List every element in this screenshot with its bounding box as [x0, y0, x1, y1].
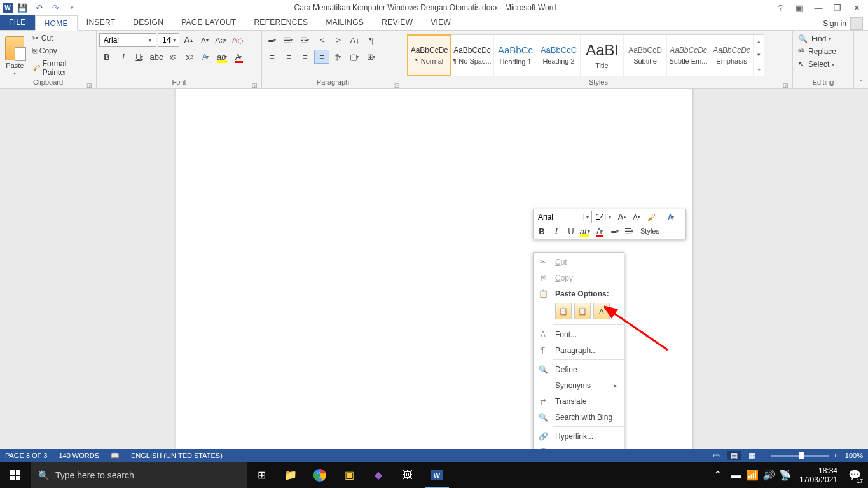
- align-right-button[interactable]: ≡: [298, 50, 313, 64]
- start-button[interactable]: [0, 462, 31, 488]
- format-painter-button[interactable]: 🖌Format Painter: [30, 58, 93, 78]
- mini-font-color[interactable]: A▾: [593, 225, 607, 237]
- zoom-level[interactable]: 100%: [845, 452, 863, 459]
- sort-button[interactable]: A↓: [347, 33, 362, 47]
- ctx-search-bing[interactable]: 🔍Search with Bing: [534, 409, 624, 425]
- ctx-copy[interactable]: ⎘Copy: [534, 270, 624, 286]
- style-item-title[interactable]: AaBlTitle: [581, 35, 624, 76]
- font-size-combo[interactable]: 14▾: [158, 33, 179, 47]
- line-spacing-button[interactable]: ‡▾: [331, 50, 346, 64]
- mini-italic[interactable]: I: [549, 225, 563, 237]
- paste-text-only[interactable]: A: [593, 303, 610, 319]
- find-button[interactable]: 🔍Find▾: [796, 33, 835, 45]
- save-icon[interactable]: 💾: [15, 3, 29, 13]
- app-icon-image[interactable]: 🖼: [393, 462, 422, 488]
- bold-button[interactable]: B: [99, 50, 114, 64]
- qat-customize-icon[interactable]: ▾: [65, 4, 79, 11]
- text-effects-button[interactable]: A▾: [198, 50, 214, 64]
- mini-highlight[interactable]: ab▾: [579, 225, 593, 237]
- word-taskbar-icon[interactable]: W: [422, 462, 451, 488]
- ctx-cut[interactable]: ✂Cut: [534, 254, 624, 270]
- mini-bold[interactable]: B: [535, 225, 549, 237]
- status-language[interactable]: ENGLISH (UNITED STATES): [131, 452, 223, 459]
- paragraph-launcher[interactable]: ◲: [394, 82, 400, 88]
- tab-review[interactable]: REVIEW: [373, 15, 422, 30]
- view-print-layout[interactable]: ▤: [727, 451, 741, 460]
- numbering-button[interactable]: ☰▾: [281, 33, 296, 47]
- mini-grow-font[interactable]: A▴: [615, 211, 629, 223]
- visual-studio-icon[interactable]: ◆: [364, 462, 393, 488]
- status-page[interactable]: PAGE 3 OF 3: [5, 452, 47, 459]
- ctx-synonyms[interactable]: Synonyms▸: [534, 377, 624, 393]
- ctx-define[interactable]: 🔍Define: [534, 361, 624, 377]
- restore-icon[interactable]: ❐: [829, 3, 846, 13]
- mini-numbering[interactable]: ☰▾: [623, 225, 637, 237]
- align-center-button[interactable]: ≡: [281, 50, 296, 64]
- document-area[interactable]: [0, 89, 868, 449]
- style-scroll-down[interactable]: ▾: [754, 48, 764, 62]
- ctx-font[interactable]: AFont...: [534, 326, 624, 342]
- mini-font-combo[interactable]: Arial▾: [535, 211, 592, 223]
- help-icon[interactable]: ?: [771, 3, 789, 13]
- tab-mailings[interactable]: MAILINGS: [317, 15, 373, 30]
- notifications-icon[interactable]: 💬17: [844, 462, 865, 488]
- italic-button[interactable]: I: [116, 50, 131, 64]
- view-read-mode[interactable]: ▭: [710, 451, 724, 460]
- paste-button[interactable]: Paste ▾: [3, 34, 27, 76]
- highlight-button[interactable]: ab▾: [215, 50, 230, 64]
- select-button[interactable]: ↖Select▾: [796, 59, 838, 70]
- zoom-out[interactable]: −: [763, 452, 767, 459]
- tab-file[interactable]: FILE: [0, 15, 35, 30]
- style-item---normal[interactable]: AaBbCcDc¶ Normal: [408, 35, 451, 76]
- align-left-button[interactable]: ≡: [265, 50, 280, 64]
- mini-styles-label[interactable]: Styles: [637, 225, 663, 237]
- tray-clock[interactable]: 18:34 17/03/2021: [794, 466, 843, 484]
- superscript-button[interactable]: x2: [182, 50, 197, 64]
- tab-insert[interactable]: INSERT: [78, 15, 125, 30]
- status-proof-icon[interactable]: 📖: [111, 452, 120, 460]
- increase-indent-button[interactable]: ≥: [331, 33, 346, 47]
- font-launcher[interactable]: ◲: [252, 82, 258, 88]
- chrome-icon[interactable]: [305, 462, 334, 488]
- mini-underline[interactable]: U: [564, 225, 578, 237]
- status-words[interactable]: 140 WORDS: [59, 452, 99, 459]
- tray-volume-icon[interactable]: 🔊: [761, 462, 776, 488]
- shading-button[interactable]: ▢▾: [347, 50, 362, 64]
- paste-merge[interactable]: 📋: [574, 303, 591, 319]
- strike-button[interactable]: abc: [149, 50, 164, 64]
- style-item-heading-1[interactable]: AaBbCcHeading 1: [494, 35, 537, 76]
- tab-references[interactable]: REFERENCES: [245, 15, 317, 30]
- ctx-translate[interactable]: ⇄Translate: [534, 393, 624, 409]
- task-view-icon[interactable]: ⊞: [247, 462, 276, 488]
- tray-wifi-icon[interactable]: 📡: [778, 462, 793, 488]
- subscript-button[interactable]: x2: [165, 50, 181, 64]
- tray-network-icon[interactable]: 📶: [745, 462, 760, 488]
- taskbar-search[interactable]: 🔍 Type here to search: [31, 462, 247, 488]
- zoom-in[interactable]: +: [833, 452, 837, 459]
- clear-format-icon[interactable]: A◇: [230, 33, 245, 47]
- collapse-ribbon-icon[interactable]: ⌃: [854, 31, 868, 88]
- bullets-button[interactable]: ≣▾: [265, 33, 280, 47]
- style-item-emphasis[interactable]: AaBbCcDcEmphasis: [710, 35, 754, 76]
- font-color-button[interactable]: A▾: [231, 50, 247, 64]
- minimize-icon[interactable]: —: [809, 3, 827, 13]
- tray-battery-icon[interactable]: ▬: [728, 462, 743, 488]
- shrink-font-icon[interactable]: A▾: [197, 33, 212, 47]
- decrease-indent-button[interactable]: ≤: [314, 33, 329, 47]
- undo-icon[interactable]: ↶: [32, 3, 46, 13]
- app-icon-yellow[interactable]: ▣: [334, 462, 364, 488]
- tab-view[interactable]: VIEW: [422, 15, 460, 30]
- justify-button[interactable]: ≡: [314, 50, 329, 64]
- signin-area[interactable]: Sign in: [823, 17, 868, 30]
- change-case-icon[interactable]: Aa▾: [214, 33, 229, 47]
- cut-button[interactable]: ✂Cut: [30, 32, 93, 44]
- ctx-paragraph[interactable]: ¶Paragraph...: [534, 342, 624, 358]
- mini-shrink-font[interactable]: A▾: [630, 211, 644, 223]
- tab-home[interactable]: HOME: [35, 15, 78, 31]
- mini-styles-button[interactable]: A▾: [659, 211, 684, 223]
- tray-overflow-icon[interactable]: ⌃: [709, 462, 727, 488]
- style-scroll-up[interactable]: ▴: [754, 35, 764, 48]
- replace-button[interactable]: ᵃᵇReplace: [796, 46, 839, 57]
- tab-design[interactable]: DESIGN: [124, 15, 172, 30]
- style-expand[interactable]: ⌄: [754, 62, 764, 75]
